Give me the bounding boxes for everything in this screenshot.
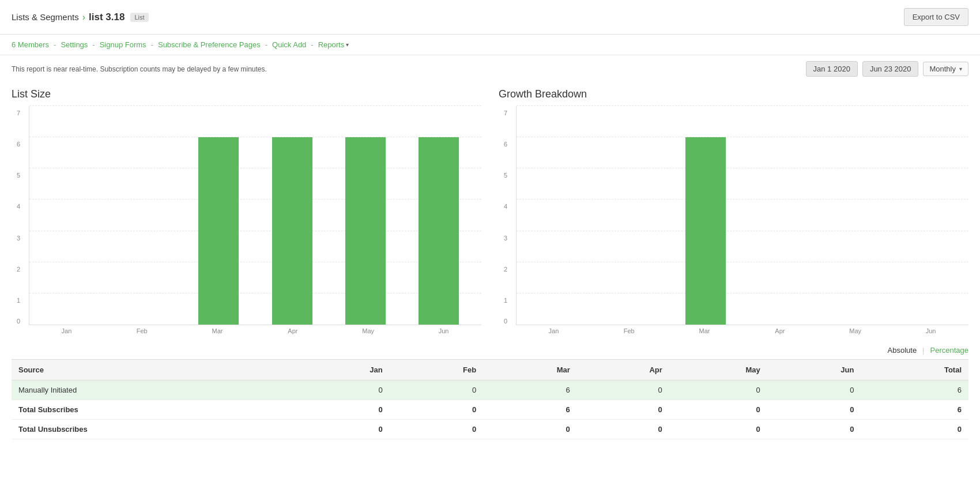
dropdown-arrow-icon: ▾ — [346, 42, 349, 48]
cell-tu-may: 0 — [669, 420, 767, 439]
breadcrumb-arrow: › — [82, 12, 85, 22]
nav-sep-1: - — [54, 40, 56, 49]
cell-tu-jun: 0 — [767, 420, 861, 439]
y-label-7: 7 — [17, 110, 20, 116]
nav-quick-add[interactable]: Quick Add — [272, 40, 306, 49]
y-label-5: 5 — [17, 172, 20, 179]
cell-tu-apr: 0 — [577, 420, 669, 439]
gb-x-label-feb: Feb — [591, 327, 667, 334]
bar-may — [345, 137, 386, 325]
cell-ts-may: 0 — [669, 400, 767, 420]
y-label-2: 2 — [17, 266, 20, 273]
gb-x-label-may: May — [817, 327, 893, 334]
list-size-chart-title: List Size — [12, 88, 481, 100]
percentage-view-link[interactable]: Percentage — [930, 346, 969, 355]
period-select[interactable]: Monthly ▾ — [923, 62, 968, 76]
nav-subscribe-pages[interactable]: Subscribe & Preference Pages — [158, 40, 261, 49]
gb-bar-mar — [685, 137, 726, 325]
cell-ts-jun: 0 — [767, 400, 861, 420]
gb-y-label-2: 2 — [504, 266, 507, 273]
gb-x-label-jan: Jan — [516, 327, 591, 334]
cell-tu-jan: 0 — [297, 420, 390, 439]
list-size-x-labels: Jan Feb Mar Apr May Jun — [29, 325, 481, 334]
cell-ts-mar: 6 — [483, 400, 577, 420]
bar-slot-jun — [402, 106, 476, 325]
x-label-jan: Jan — [29, 327, 104, 334]
cell-ts-feb: 0 — [390, 400, 484, 420]
breadcrumb-current: list 3.18 — [89, 12, 125, 23]
table-header-row: Source Jan Feb Mar Apr May Jun Total — [12, 360, 968, 380]
nav-signup-forms[interactable]: Signup Forms — [100, 40, 146, 49]
col-jun: Jun — [767, 360, 861, 380]
bar-slot-mar — [182, 106, 255, 325]
growth-x-labels: Jan Feb Mar Apr May Jun — [516, 325, 968, 334]
x-label-feb: Feb — [104, 327, 180, 334]
cell-mar: 6 — [483, 380, 577, 400]
nav-sep-4: - — [265, 40, 267, 49]
y-label-0: 0 — [17, 318, 20, 325]
list-size-chart: List Size 7 6 5 4 3 2 1 0 — [12, 88, 481, 334]
nav-settings[interactable]: Settings — [61, 40, 88, 49]
cell-tu-total: 0 — [861, 420, 968, 439]
x-label-may: May — [330, 327, 406, 334]
cell-tu-feb: 0 — [390, 420, 484, 439]
date-controls: Jan 1 2020 Jun 23 2020 Monthly ▾ — [806, 61, 968, 77]
col-total: Total — [861, 360, 968, 380]
charts-section: List Size 7 6 5 4 3 2 1 0 — [0, 82, 980, 346]
report-info-text: This report is near real-time. Subscript… — [12, 65, 267, 73]
gb-bar-slot-apr — [742, 106, 816, 325]
growth-breakdown-chart-area: 7 6 5 4 3 2 1 0 — [516, 106, 968, 325]
nav-reports-label: Reports — [318, 40, 345, 49]
nav-sep-3: - — [151, 40, 153, 49]
gb-y-label-4: 4 — [504, 203, 507, 210]
gb-x-label-jun: Jun — [893, 327, 968, 334]
gb-bar-slot-feb — [595, 106, 669, 325]
col-may: May — [669, 360, 767, 380]
nav-bar: 6 Members - Settings - Signup Forms - Su… — [0, 35, 980, 55]
growth-table: Source Jan Feb Mar Apr May Jun Total Man… — [12, 359, 968, 439]
gb-x-label-mar: Mar — [667, 327, 742, 334]
export-csv-button[interactable]: Export to CSV — [904, 8, 968, 26]
gb-y-label-5: 5 — [504, 172, 507, 179]
gb-bar-slot-may — [816, 106, 889, 325]
table-row: Manually Initiated 0 0 6 0 0 0 6 — [12, 380, 968, 400]
absolute-view-link[interactable]: Absolute — [888, 346, 917, 355]
cell-may: 0 — [669, 380, 767, 400]
start-date-button[interactable]: Jan 1 2020 — [806, 61, 858, 77]
breadcrumb: Lists & Segments › list 3.18 List — [12, 12, 149, 23]
breadcrumb-badge: List — [130, 13, 148, 22]
col-mar: Mar — [483, 360, 577, 380]
y-label-6: 6 — [17, 141, 20, 148]
gb-bar-slot-mar — [669, 106, 742, 325]
breadcrumb-parent-link[interactable]: Lists & Segments — [12, 12, 79, 22]
col-jan: Jan — [297, 360, 390, 380]
list-size-bars — [29, 106, 481, 325]
col-feb: Feb — [390, 360, 484, 380]
cell-source: Manually Initiated — [12, 380, 297, 400]
nav-members[interactable]: 6 Members — [12, 40, 49, 49]
bar-slot-feb — [108, 106, 182, 325]
cell-ts-jan: 0 — [297, 400, 390, 420]
x-label-apr: Apr — [255, 327, 330, 334]
total-unsubscribes-row: Total Unsubscribes 0 0 0 0 0 0 0 — [12, 420, 968, 439]
table-section: Absolute | Percentage Source Jan Feb Mar… — [0, 346, 980, 457]
col-source: Source — [12, 360, 297, 380]
cell-apr: 0 — [577, 380, 669, 400]
report-info-bar: This report is near real-time. Subscript… — [0, 55, 980, 82]
nav-sep-2: - — [92, 40, 95, 49]
gb-y-label-6: 6 — [504, 141, 507, 148]
period-label: Monthly — [929, 65, 956, 73]
x-label-jun: Jun — [406, 327, 481, 334]
bar-jun — [419, 137, 459, 325]
cell-ts-apr: 0 — [577, 400, 669, 420]
gb-bar-slot-jan — [522, 106, 595, 325]
gb-y-label-7: 7 — [504, 110, 507, 116]
cell-tu-mar: 0 — [483, 420, 577, 439]
growth-breakdown-chart: Growth Breakdown 7 6 5 4 3 2 1 0 — [499, 88, 968, 334]
cell-ts-total: 6 — [861, 400, 968, 420]
cell-total-subscribes-label: Total Subscribes — [12, 400, 297, 420]
end-date-button[interactable]: Jun 23 2020 — [862, 61, 919, 77]
table-link-divider: | — [922, 346, 924, 355]
table-view-links: Absolute | Percentage — [12, 346, 968, 355]
nav-reports[interactable]: Reports ▾ — [318, 40, 349, 49]
